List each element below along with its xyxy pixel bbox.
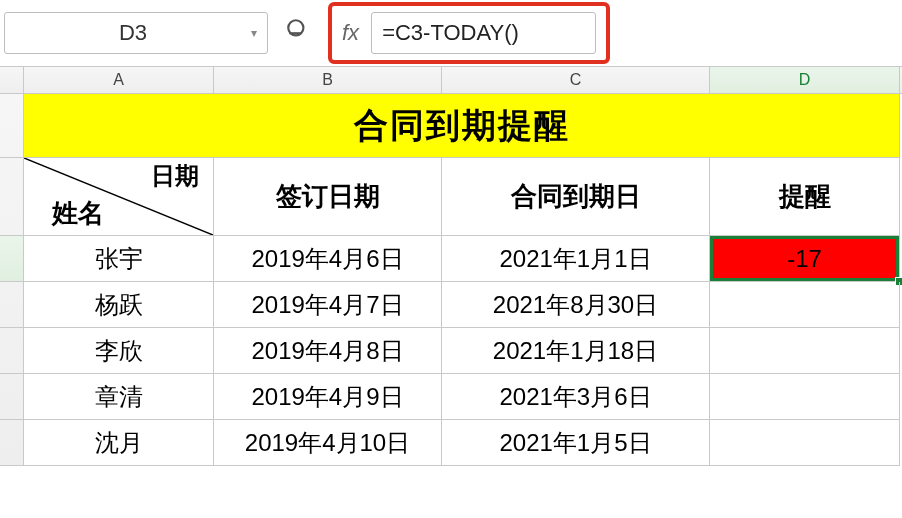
header-name-date[interactable]: 日期 姓名 (24, 158, 214, 236)
cell-sign[interactable]: 2019年4月9日 (214, 374, 442, 420)
row-headers (0, 94, 24, 466)
formula-text: =C3-TODAY() (382, 20, 519, 46)
spreadsheet: A B C D 合同到期提醒 (0, 66, 902, 466)
cell-sign[interactable]: 2019年4月6日 (214, 236, 442, 282)
cell-due[interactable]: 2021年1月18日 (442, 328, 710, 374)
cell-remind[interactable] (710, 420, 900, 466)
cell-sign[interactable]: 2019年4月8日 (214, 328, 442, 374)
name-box-value: D3 (15, 20, 251, 46)
table-row: 沈月 2019年4月10日 2021年1月5日 (24, 420, 902, 466)
col-header-d[interactable]: D (710, 67, 900, 93)
table-row: 张宇 2019年4月6日 2021年1月1日 -17 (24, 236, 902, 282)
cell-remind[interactable] (710, 328, 900, 374)
fx-icon[interactable]: fx (338, 20, 363, 46)
cell-name[interactable]: 杨跃 (24, 282, 214, 328)
cell-due[interactable]: 2021年1月1日 (442, 236, 710, 282)
diagonal-split: 日期 姓名 (24, 158, 213, 235)
cell-name[interactable]: 李欣 (24, 328, 214, 374)
header-name-label: 姓名 (52, 196, 104, 231)
cell-name[interactable]: 沈月 (24, 420, 214, 466)
table-row: 合同到期提醒 (24, 94, 902, 158)
formula-callout: fx =C3-TODAY() (328, 2, 610, 64)
cell-sign[interactable]: 2019年4月10日 (214, 420, 442, 466)
header-sign-date[interactable]: 签订日期 (214, 158, 442, 236)
header-date-label: 日期 (151, 160, 199, 192)
cell-remind-selected[interactable]: -17 (710, 236, 900, 282)
row-header[interactable] (0, 94, 23, 158)
formula-bar-area: D3 ▾ fx =C3-TODAY() (0, 0, 902, 66)
col-header-a[interactable]: A (24, 67, 214, 93)
header-remind[interactable]: 提醒 (710, 158, 900, 236)
col-header-c[interactable]: C (442, 67, 710, 93)
table-row: 杨跃 2019年4月7日 2021年8月30日 (24, 282, 902, 328)
row-header[interactable] (0, 420, 23, 466)
row-header[interactable] (0, 158, 23, 236)
cell-remind[interactable] (710, 282, 900, 328)
header-due-date[interactable]: 合同到期日 (442, 158, 710, 236)
chevron-down-icon[interactable]: ▾ (251, 26, 257, 40)
cell-due[interactable]: 2021年3月6日 (442, 374, 710, 420)
title-cell[interactable]: 合同到期提醒 (24, 94, 900, 158)
select-all-corner[interactable] (0, 67, 24, 93)
cell-due[interactable]: 2021年1月5日 (442, 420, 710, 466)
cell-name[interactable]: 张宇 (24, 236, 214, 282)
cell-due[interactable]: 2021年8月30日 (442, 282, 710, 328)
cell-remind[interactable] (710, 374, 900, 420)
row-header[interactable] (0, 328, 23, 374)
search-icon[interactable] (276, 17, 320, 50)
row-header[interactable] (0, 374, 23, 420)
cell-sign[interactable]: 2019年4月7日 (214, 282, 442, 328)
cell-name[interactable]: 章清 (24, 374, 214, 420)
table-row: 日期 姓名 签订日期 合同到期日 提醒 (24, 158, 902, 236)
formula-input[interactable]: =C3-TODAY() (371, 12, 596, 54)
name-box[interactable]: D3 ▾ (4, 12, 268, 54)
col-header-b[interactable]: B (214, 67, 442, 93)
column-headers: A B C D (0, 66, 902, 94)
table-row: 李欣 2019年4月8日 2021年1月18日 (24, 328, 902, 374)
table-row: 章清 2019年4月9日 2021年3月6日 (24, 374, 902, 420)
row-header[interactable] (0, 236, 23, 282)
cell-value: -17 (787, 245, 822, 273)
row-header[interactable] (0, 282, 23, 328)
